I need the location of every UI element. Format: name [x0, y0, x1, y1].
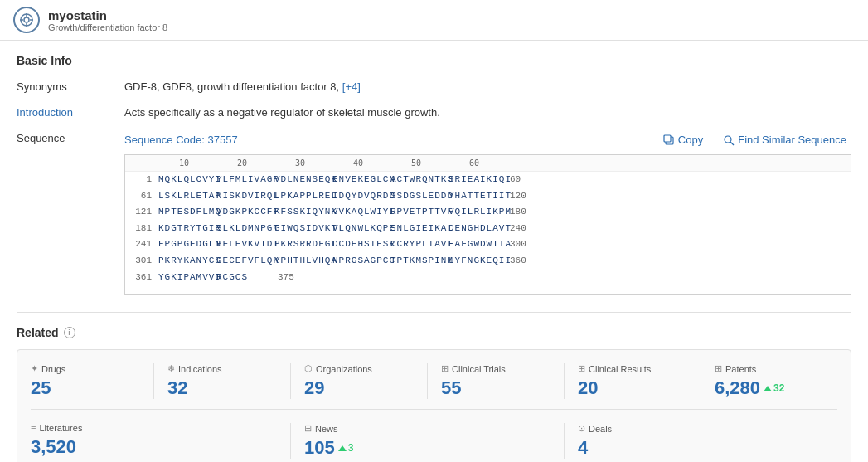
- card-label: ✦Drugs: [31, 363, 140, 374]
- arrow-up-icon: [338, 445, 347, 451]
- card-item[interactable]: ⊟News1053: [291, 423, 565, 459]
- app-title: myostatin: [48, 8, 167, 22]
- arrow-up-icon: [764, 386, 772, 391]
- find-similar-label: Find Similar Sequence: [738, 134, 846, 146]
- card-item[interactable]: ⬡Organizations29: [291, 363, 428, 399]
- card-label: ⊞Clinical Results: [578, 363, 687, 374]
- card-item[interactable]: ⊞Clinical Trials55: [428, 363, 565, 399]
- sequence-row-item: 61LSKLRLETAPNISKDVIRQLLPKAPPLRELIDQYDVQR…: [125, 188, 851, 205]
- literatures-icon: ≡: [31, 423, 36, 433]
- sequence-viewer[interactable]: 10 20 30 40 50 60 1MQKLQLCVYIYLFMLIVAGPV…: [124, 154, 851, 295]
- card-item[interactable]: ⊞Patents6,28032: [701, 363, 837, 399]
- related-section: Related i ✦Drugs25❄Indications32⬡Organiz…: [17, 312, 851, 462]
- card-item[interactable]: ⊞Clinical Results20: [565, 363, 701, 399]
- related-info-icon[interactable]: i: [64, 327, 75, 338]
- card-label: ⊞Clinical Trials: [441, 363, 550, 374]
- organizations-icon: ⬡: [304, 363, 313, 374]
- ruler-40: 40: [353, 158, 363, 168]
- cards-row-2: ≡Literatures3,520⊟News1053⊙Deals4: [31, 423, 837, 459]
- sequence-row-item: 301PKRYKANYCSGECEFVFLQKYPHTHLVHQANPRGSAG…: [125, 253, 851, 270]
- svg-point-8: [725, 136, 731, 143]
- sequence-row-item: 121MPTESDFLMQVDGKPKCCFFKFSSKIQYNKVVKAQLW…: [125, 204, 851, 221]
- badge-up: 32: [764, 382, 784, 394]
- related-title: Related i: [17, 326, 851, 339]
- card-label-text: Patents: [725, 364, 756, 374]
- introduction-label[interactable]: Introduction: [17, 106, 124, 119]
- ruler-20: 20: [237, 158, 247, 168]
- card-label-text: News: [315, 424, 338, 434]
- sequence-value: Sequence Code: 37557 Copy: [124, 132, 851, 295]
- clinical-results-icon: ⊞: [578, 363, 585, 374]
- sequence-rows: 1MQKLQLCVYIYLFMLIVAGPVDLNENSEQKENVEKEGLC…: [125, 172, 851, 285]
- ruler-10: 10: [179, 158, 189, 168]
- patents-icon: ⊞: [715, 363, 722, 374]
- svg-point-1: [24, 17, 29, 22]
- synonyms-label: Synonyms: [17, 80, 124, 93]
- ruler-60: 60: [469, 158, 479, 168]
- card-item[interactable]: ≡Literatures3,520: [31, 423, 291, 459]
- copy-icon: [663, 134, 675, 146]
- svg-rect-7: [664, 135, 671, 142]
- card-label: ⊟News: [304, 423, 550, 434]
- sequence-row-item: 1MQKLQLCVYIYLFMLIVAGPVDLNENSEQKENVEKEGLC…: [125, 172, 851, 188]
- related-title-text: Related: [17, 326, 59, 339]
- card-label: ⬡Organizations: [304, 363, 414, 374]
- card-value: 32: [167, 377, 187, 399]
- card-label-text: Deals: [589, 424, 612, 434]
- card-label-text: Organizations: [316, 364, 372, 374]
- sequence-row-item: 181KDGTRYTGIRSLKLDMNPGTGIWQSIDVKTVLQNWLK…: [125, 221, 851, 237]
- card-item[interactable]: ❄Indications32: [154, 363, 291, 399]
- card-value: 55: [441, 377, 461, 399]
- card-item[interactable]: ⊙Deals4: [565, 423, 837, 459]
- card-label: ❄Indications: [167, 363, 277, 374]
- synonyms-more[interactable]: [+4]: [342, 80, 361, 93]
- card-value: 29: [304, 377, 324, 399]
- synonyms-row: Synonyms GDF-8, GDF8, growth differentia…: [17, 80, 851, 93]
- card-label-text: Indications: [178, 364, 222, 374]
- introduction-row: Introduction Acts specifically as a nega…: [17, 106, 851, 119]
- indications-icon: ❄: [167, 363, 175, 374]
- sequence-code-link[interactable]: Sequence Code: 37557: [124, 134, 238, 146]
- synonyms-value: GDF-8, GDF8, growth differentiation fact…: [124, 80, 851, 93]
- copy-label: Copy: [678, 134, 703, 146]
- ruler-30: 30: [295, 158, 305, 168]
- card-label: ≡Literatures: [31, 423, 277, 433]
- introduction-value: Acts specifically as a negative regulato…: [124, 106, 851, 119]
- header-text: myostatin Growth/differentiation factor …: [48, 8, 167, 32]
- sequence-header: Sequence Code: 37557 Copy: [124, 132, 851, 148]
- card-label-text: Clinical Trials: [452, 364, 506, 374]
- find-similar-icon: [723, 134, 735, 146]
- cards-row-1: ✦Drugs25❄Indications32⬡Organizations29⊞C…: [31, 363, 837, 399]
- svg-line-9: [730, 142, 734, 145]
- sequence-row-item: 241FPGPGEDGLNPFLEVKVTDTPKRSRRDFGLDCDEHST…: [125, 236, 851, 253]
- sequence-row: Sequence Sequence Code: 37557 Copy: [17, 132, 851, 295]
- sequence-row-item: 361YGKIPAMVVDRCGCS375: [125, 270, 851, 286]
- sequence-actions: Copy Find Similar Sequence: [658, 132, 851, 148]
- card-label-text: Clinical Results: [589, 364, 651, 374]
- badge-number: 32: [773, 382, 784, 394]
- ruler-50: 50: [411, 158, 421, 168]
- card-label-text: Literatures: [39, 423, 82, 433]
- card-label-text: Drugs: [41, 364, 65, 374]
- related-cards: ✦Drugs25❄Indications32⬡Organizations29⊞C…: [17, 349, 851, 462]
- card-value: 20: [578, 377, 598, 399]
- clinical-trials-icon: ⊞: [441, 363, 449, 374]
- basic-info-title: Basic Info: [17, 54, 851, 67]
- card-label: ⊞Patents: [715, 363, 824, 374]
- cards-divider: [31, 409, 837, 410]
- copy-button[interactable]: Copy: [658, 132, 708, 148]
- app-subtitle: Growth/differentiation factor 8: [48, 22, 167, 32]
- card-value: 3,520: [31, 436, 76, 458]
- drug-icon: ✦: [31, 363, 38, 374]
- main-content: Basic Info Synonyms GDF-8, GDF8, growth …: [0, 41, 868, 462]
- deals-icon: ⊙: [578, 423, 585, 434]
- app-header: myostatin Growth/differentiation factor …: [0, 0, 868, 41]
- card-item[interactable]: ✦Drugs25: [31, 363, 154, 399]
- sequence-label: Sequence: [17, 132, 124, 144]
- card-value: 6,280: [715, 377, 760, 399]
- card-label: ⊙Deals: [578, 423, 824, 434]
- news-icon: ⊟: [304, 423, 312, 434]
- find-similar-button[interactable]: Find Similar Sequence: [718, 132, 851, 148]
- card-value: 25: [31, 377, 51, 399]
- badge-number: 3: [348, 442, 354, 454]
